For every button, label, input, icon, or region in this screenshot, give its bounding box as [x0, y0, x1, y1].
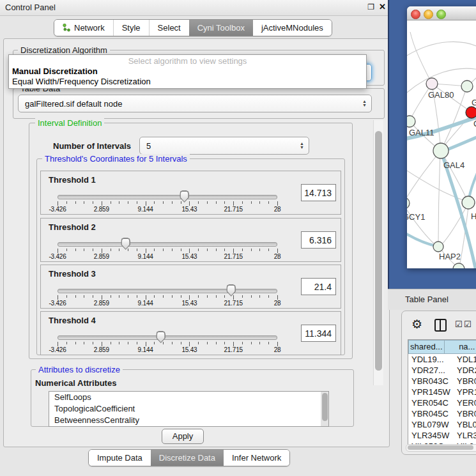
slider-tick-labels: -3.4262.8599.14415.4321.71528: [58, 206, 277, 213]
node-gcy1[interactable]: [407, 197, 410, 209]
bottom-tabbar: Impute Data Discretize Data Infer Networ…: [88, 449, 290, 466]
node-bottom[interactable]: [453, 263, 464, 268]
threshold-1-slider[interactable]: [58, 190, 277, 203]
cell-shared-name: YER054C: [408, 397, 454, 408]
node-red[interactable]: [466, 107, 476, 118]
tick-label: 15.43: [181, 300, 197, 307]
table-horizontal-scrollbar-thumb[interactable]: [408, 445, 473, 450]
tab-select[interactable]: Select: [149, 20, 189, 36]
tab-network[interactable]: Network: [54, 20, 113, 36]
threshold-2-label: Threshold 2: [49, 222, 96, 232]
tick-label: 2.859: [94, 300, 109, 307]
tab-impute-data[interactable]: Impute Data: [89, 450, 151, 466]
checkbox-icon[interactable]: ☑: [455, 319, 463, 329]
list-item[interactable]: SelfLoops: [49, 392, 328, 403]
interval-definition-label: Interval Definition: [35, 118, 104, 128]
close-traffic-light-icon[interactable]: [411, 10, 420, 19]
table-row[interactable]: YDR27... YDR2: [408, 365, 476, 376]
number-of-intervals-value: 5: [140, 141, 300, 151]
float-window-icon[interactable]: ❐: [367, 3, 374, 12]
tick-label: 15.43: [181, 206, 197, 213]
slider-tick-labels: -3.4262.8599.14415.4321.71528: [58, 346, 277, 353]
cell-name: YLR3: [454, 430, 476, 441]
apply-button[interactable]: Apply: [162, 429, 204, 444]
list-item[interactable]: TopologicalCoefficient: [49, 403, 328, 415]
zoom-traffic-light-icon[interactable]: [436, 10, 446, 19]
table-row[interactable]: YBR043C YBR0: [408, 376, 476, 387]
slider-tick-labels: -3.4262.8599.14415.4321.71528: [58, 300, 277, 307]
node-g[interactable]: [461, 81, 473, 92]
list-item[interactable]: BetweennessCentrality: [49, 415, 328, 426]
control-panel-titlebar: Control Panel ❐ ✕: [0, 0, 392, 16]
threshold-2-slider[interactable]: [58, 237, 277, 250]
cell-name: YBR0: [454, 408, 476, 419]
node-h[interactable]: [462, 196, 475, 209]
slider-track[interactable]: [58, 289, 277, 293]
table-data-combo[interactable]: galFiltered.sif default node ▲▼: [18, 95, 372, 112]
tab-discretize-data-label: Discretize Data: [159, 450, 215, 466]
node-label-gal11: GAL11: [409, 128, 434, 137]
tick-label: 9.144: [138, 253, 153, 260]
cell-name: YDR2: [454, 365, 476, 376]
network-canvas[interactable]: GAL80 G C GAL11 GAL4 GCY1 H HAP2: [407, 20, 476, 268]
threshold-3-slider[interactable]: [58, 284, 277, 296]
threshold-4-slider[interactable]: [58, 330, 277, 343]
tick-label: -3.426: [49, 346, 66, 353]
checkbox-icon[interactable]: ☑: [464, 319, 472, 329]
node-attribute-table: shared... na... YDL19... YDL1 YDR27... Y…: [408, 339, 476, 448]
table-horizontal-scrollbar[interactable]: [406, 444, 476, 452]
table-row[interactable]: YDL19... YDL1: [408, 354, 476, 365]
tick-label: 21.715: [224, 206, 242, 213]
combo-arrows-icon: ▲▼: [362, 100, 367, 107]
threshold-4-label: Threshold 4: [49, 316, 96, 325]
gear-icon[interactable]: ⚙: [411, 317, 422, 332]
node-gal4[interactable]: [433, 143, 449, 158]
table-row[interactable]: YBL079W YBL0: [408, 419, 476, 430]
node-label-h: H: [471, 211, 476, 221]
tab-discretize-data[interactable]: Discretize Data: [151, 450, 224, 466]
tab-jactivemnodules[interactable]: jActiveMNodules: [253, 20, 332, 36]
column-header-shared[interactable]: shared...: [408, 340, 445, 354]
menu-item-equal-width-frequency[interactable]: Equal Width/Frequency Discretization: [11, 77, 367, 86]
close-icon[interactable]: ✕: [379, 2, 386, 12]
slider-track[interactable]: [58, 195, 277, 199]
node-hap2[interactable]: [433, 242, 443, 252]
network-node-labels: GAL80 G C GAL11 GAL4 GCY1 H HAP2: [407, 90, 476, 261]
thresholds-group-label: Threshold's Coordinates for 5 Intervals: [42, 154, 190, 164]
slider-track[interactable]: [58, 242, 277, 247]
tab-cyni-toolbox[interactable]: Cyni Toolbox: [189, 20, 253, 36]
network-window-titlebar[interactable]: [407, 6, 476, 20]
table-header-row: shared... na...: [408, 340, 476, 354]
tab-infer-network[interactable]: Infer Network: [224, 450, 289, 466]
settings-scrollbar[interactable]: [373, 120, 383, 385]
cell-shared-name: YBR045C: [408, 408, 454, 419]
cell-name: YDL1: [454, 354, 476, 365]
node-gal80[interactable]: [426, 78, 438, 89]
menu-item-manual-discretization[interactable]: Manual Discretization: [11, 66, 367, 76]
attributes-items: SelfLoopsTopologicalCoefficientBetweenne…: [49, 392, 328, 426]
number-of-intervals-combo[interactable]: 5 ▲▼: [139, 137, 309, 155]
node-label-gal80: GAL80: [428, 90, 454, 100]
split-columns-icon[interactable]: [434, 319, 447, 332]
column-header-name[interactable]: na...: [445, 340, 476, 354]
threshold-2-value-field[interactable]: 6.316: [301, 231, 336, 249]
tick-label: -3.426: [49, 253, 66, 260]
tab-style[interactable]: Style: [113, 20, 149, 36]
settings-scrollbar-thumb[interactable]: [375, 131, 382, 371]
minimize-traffic-light-icon[interactable]: [424, 10, 433, 19]
table-row[interactable]: YPR145W YPR1: [408, 387, 476, 397]
table-row[interactable]: YBR045C YBR0: [408, 408, 476, 419]
attributes-scrollbar-thumb[interactable]: [322, 393, 328, 421]
slider-track[interactable]: [58, 335, 277, 340]
table-row[interactable]: YLR345W YLR3: [408, 430, 476, 441]
cell-shared-name: YLR345W: [408, 430, 454, 441]
table-row[interactable]: YER054C YER0: [408, 397, 476, 408]
threshold-4-value-field[interactable]: 11.344: [301, 325, 336, 342]
attributes-scrollbar[interactable]: [321, 392, 328, 426]
threshold-1-value-field[interactable]: 14.713: [301, 184, 336, 201]
tick-label: 9.144: [138, 206, 153, 213]
threshold-3-value-field[interactable]: 21.4: [301, 278, 336, 295]
node-gal11[interactable]: [407, 116, 415, 127]
threshold-2-panel: Threshold 2 -3.4262.8599.14415.4321.7152…: [40, 218, 341, 262]
network-window[interactable]: GAL80 G C GAL11 GAL4 GCY1 H HAP2: [407, 6, 476, 268]
